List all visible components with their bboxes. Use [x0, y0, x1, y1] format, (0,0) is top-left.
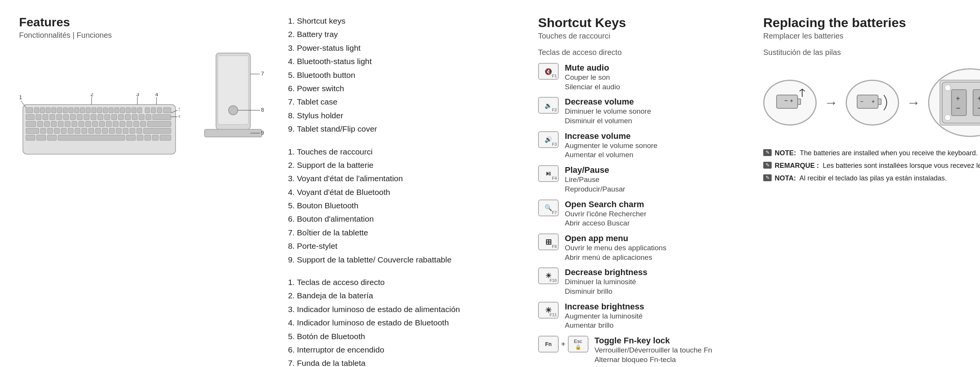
svg-rect-23 — [157, 108, 162, 113]
svg-rect-86 — [152, 135, 158, 140]
svg-rect-39 — [125, 114, 131, 120]
note-item-3: NOTA: Al recibir el teclado las pilas ya… — [763, 174, 980, 183]
app-menu-fn-label: F8 — [552, 244, 557, 249]
svg-rect-25 — [26, 114, 34, 120]
svg-rect-78 — [143, 128, 171, 134]
list-item-es-1: Teclas de acceso directo — [297, 277, 530, 288]
svg-rect-74 — [116, 128, 121, 134]
svg-rect-40 — [132, 114, 137, 120]
brightness-up-name: Increase brightness — [565, 302, 644, 312]
battery-arrow-1: → — [824, 95, 838, 111]
page: Features Fonctionnalités | Funciones — [0, 0, 980, 367]
list-item-en-2: Battery tray — [297, 29, 530, 40]
svg-rect-48 — [58, 121, 63, 127]
svg-rect-73 — [109, 128, 114, 134]
svg-rect-4 — [46, 108, 50, 113]
svg-rect-80 — [37, 135, 46, 140]
lists-section: Shortcut keys Battery tray Power-status … — [279, 15, 530, 367]
svg-rect-22 — [151, 108, 156, 113]
brightness-down-key-icon: ☀ F10 — [538, 267, 559, 284]
note-content-3: Al recibir el teclado las pilas ya están… — [799, 174, 947, 182]
list-item-es-3: Indicador luminoso de estado de alimenta… — [297, 304, 530, 315]
keyboard-diagram: 1 2 3 4 5 6 — [19, 47, 273, 160]
svg-rect-87 — [160, 135, 171, 140]
shortcut-search: 🔍 F7 Open Search charm Ouvrir l'icône Re… — [538, 200, 752, 228]
list-item-fr-2: Support de la batterie — [297, 159, 530, 171]
svg-rect-12 — [92, 108, 96, 113]
svg-rect-9 — [74, 108, 79, 113]
note-label-2: REMARQUE : — [775, 162, 819, 169]
keyboard-svg: 1 2 3 4 5 6 — [19, 93, 179, 158]
shortcut-app-menu: ⊞ F8 Open app menu Ouvrir le menu des ap… — [538, 233, 752, 262]
play-pause-name: Play/Pause — [565, 165, 625, 175]
shortcut-fn-lock: Fn + Esc 🔒 Toggle Fn-key lock Verrouille… — [538, 336, 752, 364]
list-item-en-4: Bluetooth-status light — [297, 56, 530, 67]
svg-rect-83 — [126, 135, 135, 140]
features-list-en: Shortcut keys Battery tray Power-status … — [286, 15, 530, 135]
brightness-down-name: Decrease brightness — [565, 267, 647, 277]
vol-down-sub1: Diminuer le volume sonore — [565, 107, 651, 116]
english-list: Shortcut keys Battery tray Power-status … — [286, 15, 530, 135]
svg-rect-85 — [145, 135, 151, 140]
note-content-1: The batteries are installed when you rec… — [800, 149, 978, 157]
svg-rect-65 — [54, 128, 60, 134]
svg-rect-24 — [163, 108, 171, 113]
svg-text:8: 8 — [261, 107, 264, 113]
svg-rect-71 — [95, 128, 101, 134]
svg-rect-51 — [79, 121, 84, 127]
svg-rect-5 — [52, 108, 56, 113]
app-menu-name: Open app menu — [565, 233, 666, 243]
svg-rect-75 — [123, 128, 128, 134]
battery-orient-svg: − + — [853, 87, 891, 118]
svg-rect-81 — [47, 135, 56, 140]
search-name: Open Search charm — [565, 200, 646, 209]
shortcut-vol-down: 🔉 F2 Decrease volume Diminuer le volume … — [538, 97, 752, 126]
svg-text:1: 1 — [19, 94, 22, 100]
play-pause-text: Play/Pause Lire/Pause Reproducir/Pausar — [565, 165, 625, 194]
svg-text:+: + — [790, 98, 793, 104]
app-menu-key-icon: ⊞ F8 — [538, 233, 559, 250]
vol-down-name: Decrease volume — [565, 97, 651, 107]
fn-plus-sign: + — [561, 340, 566, 349]
note-text-1: NOTE: The batteries are installed when y… — [775, 148, 978, 158]
search-text: Open Search charm Ouvrir l'icône Recherc… — [565, 200, 646, 228]
note-text-2: REMARQUE : Les batteries sont installées… — [775, 161, 980, 171]
vol-up-icon: 🔊 — [545, 136, 552, 143]
list-item-en-1: Shortcut keys — [297, 15, 530, 26]
svg-rect-77 — [137, 128, 142, 134]
play-pause-key-icon: ⏯ F4 — [538, 165, 559, 182]
shortcut-mute: 🔇 F1 Mute audio Couper le son Silenciar … — [538, 63, 752, 92]
svg-text:9: 9 — [261, 130, 264, 136]
svg-rect-54 — [99, 121, 105, 127]
list-item-fr-1: Touches de raccourci — [297, 146, 530, 157]
shortcut-keys-title: Shortcut Keys — [538, 15, 752, 30]
svg-rect-45 — [37, 121, 43, 127]
note-icon-2 — [763, 162, 772, 169]
shortcut-brightness-up: ☀ F11 Increase brightness Augmenter la l… — [538, 302, 752, 330]
svg-rect-13 — [97, 108, 102, 113]
list-item-es-7: Funda de la tableta — [297, 357, 530, 367]
vol-up-sub1: Augmenter le volume sonore — [565, 141, 658, 151]
battery-case-inner: + − + − — [940, 80, 980, 126]
svg-rect-79 — [26, 135, 35, 140]
svg-rect-30 — [63, 114, 69, 120]
svg-rect-10 — [80, 108, 85, 113]
svg-rect-63 — [40, 128, 46, 134]
svg-rect-43 — [153, 114, 171, 120]
svg-text:6: 6 — [179, 113, 179, 119]
svg-text:+: + — [872, 98, 875, 105]
svg-rect-35 — [98, 114, 103, 120]
svg-rect-62 — [26, 128, 39, 134]
svg-rect-38 — [118, 114, 124, 120]
brightness-down-fn-label: F10 — [550, 278, 557, 283]
vol-up-key-icon: 🔊 F3 — [538, 131, 559, 148]
shortcut-keys-subtitle-es: Teclas de acceso directo — [538, 48, 752, 57]
mute-key-icon: 🔇 F1 — [538, 63, 559, 80]
svg-rect-37 — [111, 114, 117, 120]
svg-rect-64 — [47, 128, 53, 134]
svg-rect-15 — [109, 108, 113, 113]
play-pause-sub2: Reproducir/Pausar — [565, 185, 625, 194]
svg-rect-41 — [139, 114, 144, 120]
shortcut-play-pause: ⏯ F4 Play/Pause Lire/Pause Reproducir/Pa… — [538, 165, 752, 194]
svg-rect-68 — [75, 128, 80, 134]
